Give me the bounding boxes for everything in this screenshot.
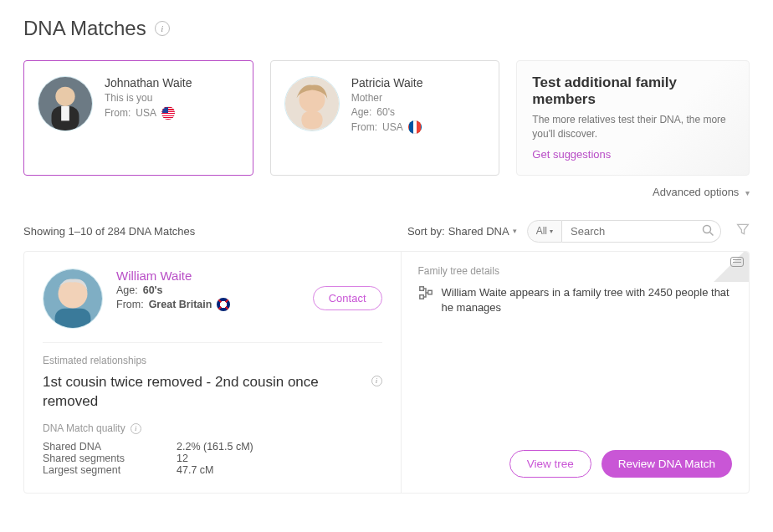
flag-france-icon (408, 120, 422, 134)
from-label: From: (105, 107, 131, 119)
get-suggestions-link[interactable]: Get suggestions (532, 148, 611, 161)
profile-name: Patricia Waite (351, 76, 423, 90)
from-value: USA (382, 121, 403, 133)
profile-subtitle: Mother (351, 92, 423, 104)
sort-label: Sort by: (407, 225, 445, 238)
age-value: 60's (376, 106, 395, 118)
chevron-down-icon: ▾ (513, 227, 517, 235)
page-title: DNA Matches (23, 17, 146, 40)
avatar (284, 76, 340, 131)
info-icon[interactable]: i (155, 21, 170, 36)
review-match-button[interactable]: Review DNA Match (602, 450, 732, 478)
svg-rect-3 (61, 106, 69, 120)
largest-value: 47.7 cM (177, 464, 213, 476)
svg-rect-12 (419, 286, 423, 290)
age-label: Age: (116, 284, 138, 296)
from-value: USA (136, 107, 156, 119)
chevron-down-icon: ▾ (550, 228, 553, 235)
svg-point-1 (55, 87, 74, 106)
largest-key: Largest segment (43, 464, 177, 476)
contact-button[interactable]: Contact (313, 286, 382, 310)
from-label: From: (116, 299, 144, 310)
segments-value: 12 (177, 453, 188, 464)
svg-rect-13 (419, 294, 423, 299)
promo-text: The more relatives test their DNA, the m… (532, 113, 734, 141)
flag-usa-icon (161, 106, 175, 120)
family-tree-text: William Waite appears in a family tree w… (442, 285, 732, 315)
profile-card-mother[interactable]: Patricia Waite Mother Age: 60's From: US… (270, 60, 500, 176)
svg-rect-11 (55, 308, 91, 327)
search-icon[interactable] (702, 224, 714, 240)
tree-icon (418, 285, 433, 315)
dna-quality-label: DNA Match quality (43, 422, 125, 434)
shared-dna-value: 2.2% (161.5 cM) (177, 441, 253, 453)
match-card: William Waite Age: 60's From: Great Brit… (23, 251, 750, 494)
family-tree-label: Family tree details (418, 265, 732, 277)
showing-count: Showing 1–10 of 284 DNA Matches (23, 225, 195, 238)
advanced-options-toggle[interactable]: Advanced options (653, 186, 739, 198)
avatar (43, 269, 103, 329)
from-value: Great Britain (149, 299, 212, 310)
promo-title: Test additional family members (532, 74, 734, 108)
promo-card: Test additional family members The more … (516, 60, 750, 176)
filter-all-pill[interactable]: All ▾ (527, 220, 562, 243)
relationship-text: 1st cousin twice removed - 2nd cousin on… (43, 373, 366, 412)
note-tab[interactable] (710, 252, 749, 282)
svg-line-8 (710, 232, 714, 235)
info-icon[interactable]: i (131, 423, 141, 434)
filter-label: All (536, 225, 547, 237)
note-icon (730, 257, 744, 267)
chevron-down-icon: ▾ (745, 188, 750, 197)
from-label: From: (351, 121, 377, 133)
info-icon[interactable]: i (371, 376, 382, 386)
search-input[interactable] (562, 220, 721, 243)
age-value: 60's (143, 284, 163, 296)
age-label: Age: (351, 106, 372, 118)
match-name-link[interactable]: William Waite (116, 269, 230, 283)
shared-dna-key: Shared DNA (43, 441, 177, 453)
sort-by-select[interactable]: Sort by: Shared DNA ▾ (407, 225, 517, 238)
flag-gb-icon (217, 298, 230, 311)
quality-table: Shared DNA2.2% (161.5 cM) Shared segment… (43, 441, 382, 476)
svg-rect-14 (427, 290, 432, 294)
svg-rect-6 (301, 111, 322, 129)
view-tree-button[interactable]: View tree (509, 450, 591, 478)
profile-subtitle: This is you (105, 92, 192, 104)
filter-icon[interactable] (736, 223, 750, 239)
estimated-relationships-label: Estimated relationships (43, 355, 382, 366)
profile-card-self[interactable]: Johnathan Waite This is you From: USA (23, 60, 253, 176)
svg-point-7 (704, 225, 711, 233)
avatar (38, 76, 93, 131)
segments-key: Shared segments (43, 453, 177, 464)
sort-value: Shared DNA (448, 225, 509, 238)
profile-name: Johnathan Waite (105, 76, 192, 90)
